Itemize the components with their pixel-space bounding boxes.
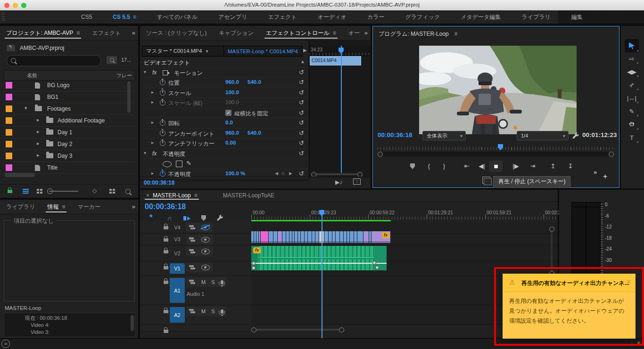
playback-resolution-select[interactable]: 1/4 ▾ [517, 131, 569, 140]
export-frame-button[interactable]: ↑ [353, 179, 361, 185]
nest-sequences-icon[interactable]: * [149, 213, 153, 222]
tab-effect-controls[interactable]: エフェクトコントロール ≡ [260, 26, 342, 40]
voiceover-record-icon[interactable] [221, 309, 223, 314]
list-view-button[interactable] [23, 189, 29, 194]
add-marker-button[interactable] [201, 215, 206, 221]
param-value[interactable]: 540.0 [248, 130, 261, 136]
timeline-clip[interactable] [369, 231, 371, 243]
toggle-track-output-icon[interactable] [201, 249, 210, 254]
workspace-menu-icon[interactable]: ≡ [133, 14, 136, 20]
toggle-track-output-icon[interactable] [201, 237, 210, 243]
toggle-track-output-icon[interactable] [201, 225, 210, 230]
timeline-clip[interactable] [354, 231, 357, 243]
panel-overflow-chevron[interactable]: » [132, 29, 134, 36]
timeline-view-toggle-icon[interactable]: ▶ [303, 48, 307, 53]
clip-bar[interactable]: C0014.MP4 [310, 56, 361, 65]
timeline-clip[interactable] [269, 231, 273, 243]
mark-out-button[interactable]: } [438, 161, 451, 172]
add-marker-button[interactable] [406, 161, 419, 172]
label-color-swatch[interactable] [6, 129, 12, 136]
timeline-clip[interactable] [261, 231, 268, 243]
project-item-day-3[interactable]: ▸Day 3 [4, 150, 134, 162]
label-color-swatch[interactable] [6, 153, 12, 159]
timeline-clip[interactable] [312, 231, 315, 243]
sync-lock-icon[interactable] [189, 309, 196, 314]
lock-icon[interactable] [164, 310, 168, 313]
reset-icon[interactable]: ↺ [299, 170, 304, 177]
timeline-clip[interactable] [292, 231, 294, 243]
timeline-clip[interactable] [340, 231, 343, 243]
track-target-v2[interactable]: V2 [170, 247, 185, 259]
tab-info[interactable]: 情報 ≡ [41, 200, 71, 214]
extract-button[interactable]: ↧ [564, 161, 577, 172]
sort-icon[interactable]: ◇ [92, 187, 97, 194]
playhead-marker[interactable] [498, 144, 503, 150]
reset-icon[interactable]: ↺ [299, 119, 304, 126]
track-target-a1[interactable]: A1 [170, 278, 185, 303]
timeline-clip[interactable] [282, 231, 286, 243]
navigate-up-icon[interactable] [7, 45, 15, 51]
effect-timeline-ruler[interactable]: 34:23 [309, 46, 371, 56]
tab-captions[interactable]: キャプション [213, 26, 260, 40]
twirl-right-icon[interactable]: ▸ [37, 140, 40, 146]
twirl-right-icon[interactable]: ▸ [151, 99, 154, 105]
timeline-clip[interactable] [357, 231, 363, 243]
workspace-tab-editing[interactable]: 編集 [561, 10, 593, 24]
close-icon[interactable]: × [146, 192, 149, 199]
reset-icon[interactable]: ↺ [299, 89, 304, 96]
twirl-right-icon[interactable]: ▸ [37, 117, 40, 123]
timeline-clip[interactable] [332, 231, 335, 243]
linked-selection-icon[interactable] [183, 216, 190, 221]
timeline-clip[interactable] [344, 231, 347, 243]
timeline-clip[interactable] [254, 231, 256, 243]
track-target-a2[interactable]: A2 [170, 307, 185, 323]
reset-icon[interactable]: ↺ [299, 150, 304, 157]
panel-menu-icon[interactable]: ≡ [62, 203, 65, 210]
project-item-day-2[interactable]: ▸Day 2 [4, 138, 134, 150]
timeline-clip[interactable] [305, 231, 307, 243]
volume-rubber-band[interactable] [251, 263, 387, 264]
reset-icon[interactable]: ↺ [299, 109, 304, 116]
icon-view-button[interactable] [37, 189, 42, 194]
twirl-right-icon[interactable]: ▸ [37, 152, 40, 158]
panel-menu-icon[interactable]: ≡ [454, 31, 457, 37]
automate-to-sequence-icon[interactable] [109, 189, 115, 194]
stopwatch-icon[interactable] [160, 100, 165, 106]
reset-icon[interactable]: ↺ [299, 79, 304, 86]
play-audio-button[interactable]: ▶♪ [335, 179, 342, 186]
timeline-clip[interactable]: fx [372, 231, 390, 243]
mask-ellipse-icon[interactable] [163, 161, 172, 167]
timeline-clip[interactable] [347, 231, 349, 243]
timeline-clip[interactable] [256, 231, 258, 243]
lock-icon[interactable] [164, 226, 168, 229]
next-keyframe-icon[interactable]: ▶ [289, 171, 292, 176]
step-back-button[interactable]: ◀| [475, 161, 488, 172]
project-item-day-1[interactable]: ▸Day 1 [4, 127, 134, 138]
mask-pen-icon[interactable]: ✎ [186, 160, 191, 167]
reset-icon[interactable]: ↺ [299, 130, 304, 137]
panel-menu-icon[interactable]: ≡ [194, 192, 198, 199]
twirl-right-icon[interactable]: ▸ [37, 129, 40, 135]
solo-button[interactable]: S [211, 308, 215, 314]
lock-icon[interactable] [164, 266, 168, 269]
timeline-clip[interactable] [324, 231, 328, 243]
label-color-swatch[interactable] [6, 82, 12, 89]
tab-libraries[interactable]: ライブラリ [0, 200, 41, 214]
track-target-v4[interactable]: V4 [170, 223, 185, 231]
timeline-clip[interactable] [259, 231, 260, 243]
hand-tool[interactable] [625, 118, 639, 130]
track-target-v1[interactable]: V1 [170, 263, 185, 274]
toggle-track-output-icon[interactable] [201, 265, 210, 270]
keyframe-dot[interactable] [372, 261, 376, 265]
workspace-tab-audio[interactable]: オーディオ [307, 10, 357, 24]
timeline-clip[interactable] [308, 231, 312, 243]
param-value[interactable]: 0.00 [225, 140, 236, 146]
a1-audio-clip[interactable]: fx [251, 246, 387, 270]
program-mini-ruler[interactable] [378, 144, 613, 150]
program-scrollbar[interactable] [378, 152, 613, 156]
timeline-clip[interactable] [315, 231, 319, 243]
slip-tool[interactable]: |↔| [625, 92, 639, 104]
timeline-clip[interactable] [273, 231, 277, 243]
workspace-tab-effects[interactable]: エフェクト [257, 10, 307, 24]
twirl-right-icon[interactable]: ▸ [151, 140, 154, 145]
